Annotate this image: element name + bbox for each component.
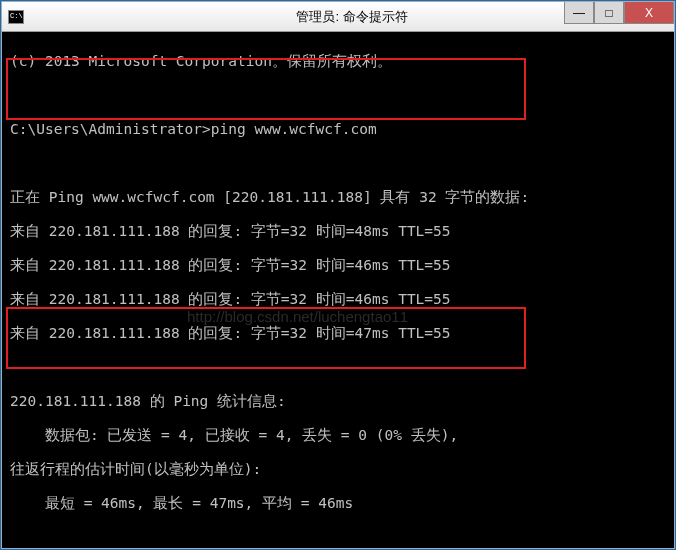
output-line: 来自 220.181.111.188 的回复: 字节=32 时间=48ms TT… [10, 223, 666, 240]
terminal-output[interactable]: (c) 2013 Microsoft Corporation。保留所有权利。 C… [2, 32, 674, 548]
close-button[interactable]: X [624, 2, 674, 24]
window-titlebar: 管理员: 命令提示符 — □ X [2, 2, 674, 32]
output-line: 来自 220.181.111.188 的回复: 字节=32 时间=46ms TT… [10, 257, 666, 274]
output-line: C:\Users\Administrator>ping www.wcfwcf.c… [10, 121, 666, 138]
output-line [10, 529, 666, 546]
cmd-icon [8, 10, 24, 24]
output-line: 数据包: 已发送 = 4, 已接收 = 4, 丢失 = 0 (0% 丢失), [10, 427, 666, 444]
maximize-button[interactable]: □ [594, 2, 624, 24]
output-line: (c) 2013 Microsoft Corporation。保留所有权利。 [10, 53, 666, 70]
output-line: 来自 220.181.111.188 的回复: 字节=32 时间=46ms TT… [10, 291, 666, 308]
output-line [10, 87, 666, 104]
minimize-button[interactable]: — [564, 2, 594, 24]
watermark-text: http://blog.csdn.net/luchengtao11 [187, 308, 408, 325]
output-line [10, 359, 666, 376]
output-line: 最短 = 46ms, 最长 = 47ms, 平均 = 46ms [10, 495, 666, 512]
output-line: 来自 220.181.111.188 的回复: 字节=32 时间=47ms TT… [10, 325, 666, 342]
output-line: 往返行程的估计时间(以毫秒为单位): [10, 461, 666, 478]
output-line [10, 155, 666, 172]
output-line: 220.181.111.188 的 Ping 统计信息: [10, 393, 666, 410]
output-line: 正在 Ping www.wcfwcf.com [220.181.111.188]… [10, 189, 666, 206]
window-controls: — □ X [564, 2, 674, 24]
